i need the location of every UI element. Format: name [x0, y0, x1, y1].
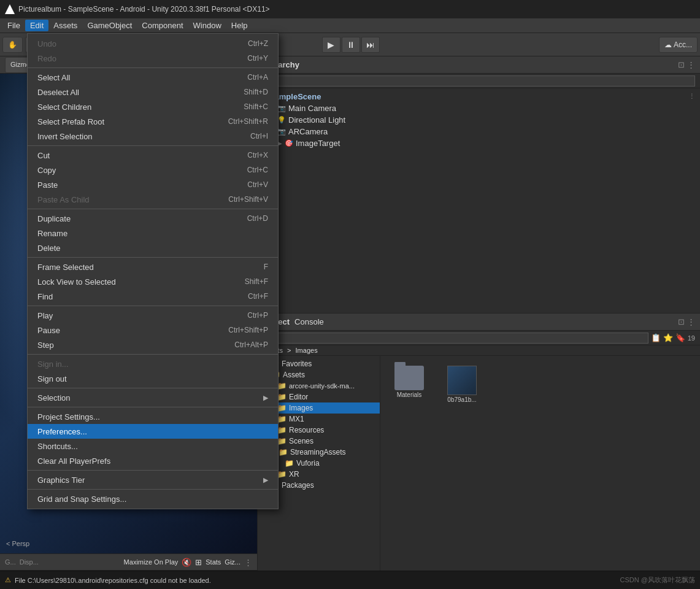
paste-label: Paste [37, 180, 58, 190]
sep-7 [28, 388, 278, 388]
menu-sign-out[interactable]: Sign out [28, 371, 278, 386]
menu-select-prefab-root[interactable]: Select Prefab Root Ctrl+Shift+R [28, 114, 278, 129]
menu-gameobject[interactable]: GameObject [82, 20, 137, 31]
streaming-label: StreamingAssets [290, 448, 346, 456]
selection-label: Selection [37, 393, 70, 402]
menu-help[interactable]: Help [226, 20, 253, 31]
preferences-label: Preferences... [37, 427, 87, 436]
hierarchy-popout-icon[interactable]: ⊡ [678, 60, 685, 69]
sep-5 [28, 306, 278, 306]
project-star-icon[interactable]: ⭐ [663, 333, 673, 342]
scene-tab-label[interactable]: G... [5, 558, 16, 566]
pause-button[interactable]: ⏸ [342, 37, 360, 53]
menu-pause[interactable]: Pause Ctrl+Shift+P [28, 323, 278, 337]
project-options-icon[interactable]: ⋮ [687, 317, 695, 326]
menu-edit[interactable]: Edit [25, 20, 48, 31]
menu-file[interactable]: File [2, 20, 25, 31]
menu-paste[interactable]: Paste Ctrl+V [28, 177, 278, 192]
menu-component[interactable]: Component [137, 20, 188, 31]
play-label: Play [37, 311, 53, 320]
menu-paste-as-child[interactable]: Paste As Child Ctrl+Shift+V [28, 192, 278, 207]
select-all-label: Select All [37, 73, 70, 82]
menu-cut[interactable]: Cut Ctrl+X [28, 148, 278, 163]
sep-8 [28, 407, 278, 407]
graphics-tier-label: Graphics Tier [37, 475, 85, 485]
play-button[interactable]: ▶ [322, 37, 340, 53]
redo-label: Redo [37, 54, 56, 63]
play-shortcut: Ctrl+P [247, 311, 268, 320]
project-popout-icon[interactable]: ⊡ [678, 317, 685, 326]
arcamera-icon: 📷 [277, 128, 286, 136]
console-tab[interactable]: Console [294, 317, 324, 326]
hierarchy-directional-light[interactable]: 💡 Directional Light [258, 114, 700, 126]
file-image-thumb[interactable]: 0b79a1b... [440, 363, 483, 406]
play-controls: ▶ ⏸ ⏭ [322, 37, 380, 53]
menu-play[interactable]: Play Ctrl+P [28, 308, 278, 323]
persp-label: < Persp [6, 540, 29, 547]
select-children-label: Select Children [37, 102, 91, 112]
menu-graphics-tier[interactable]: Graphics Tier ▶ [28, 472, 278, 487]
image-thumb-label: 0b79a1b... [447, 396, 476, 403]
hierarchy-search-input[interactable] [274, 75, 695, 87]
menu-redo[interactable]: Redo Ctrl+Y [28, 51, 278, 66]
project-settings-label: Project Settings... [37, 412, 100, 422]
watermark: CSDN @风吹落叶花飘荡 [620, 576, 695, 585]
scenes-label: Scenes [289, 437, 313, 445]
menu-undo[interactable]: Undo Ctrl+Z [28, 36, 278, 51]
hierarchy-main-camera[interactable]: 📷 Main Camera [258, 102, 700, 114]
menu-sign-in[interactable]: Sign in... [28, 356, 278, 371]
arcore-label: arcore-unity-sdk-ma... [289, 382, 355, 390]
menu-select-all[interactable]: Select All Ctrl+A [28, 70, 278, 85]
menu-step[interactable]: Step Ctrl+Alt+P [28, 337, 278, 352]
menu-copy[interactable]: Copy Ctrl+C [28, 163, 278, 177]
giz-label[interactable]: Giz... [225, 558, 240, 566]
maximize-play-label[interactable]: Maximize On Play [124, 558, 179, 566]
imagetarget-label: ImageTarget [296, 139, 340, 148]
step-button[interactable]: ⏭ [361, 37, 380, 53]
breadcrumb-current: Images [296, 347, 318, 354]
hierarchy-scene-item[interactable]: ▼ SampleScene ⋮ [258, 91, 700, 102]
project-files: Materials 0b79a1b... [380, 356, 700, 571]
menu-duplicate[interactable]: Duplicate Ctrl+D [28, 211, 278, 226]
menu-deselect-all[interactable]: Deselect All Shift+D [28, 85, 278, 99]
menu-rename[interactable]: Rename [28, 226, 278, 241]
menu-assets[interactable]: Assets [48, 20, 82, 31]
stats-label[interactable]: Stats [206, 558, 221, 566]
menu-select-children[interactable]: Select Children Shift+C [28, 99, 278, 114]
menu-invert-selection[interactable]: Invert Selection Ctrl+I [28, 129, 278, 144]
step-menu-label: Step [37, 341, 54, 350]
menu-lock-view[interactable]: Lock View to Selected Shift+F [28, 274, 278, 289]
menu-window[interactable]: Window [188, 20, 226, 31]
scene-options[interactable]: ⋮ [688, 93, 695, 101]
project-search-input[interactable] [274, 333, 648, 344]
editor-label: Editor [289, 393, 308, 401]
game-display-label[interactable]: Disp... [20, 558, 39, 566]
unity-logo-icon [5, 4, 15, 14]
project-bookmark-icon[interactable]: 🔖 [675, 333, 685, 342]
hierarchy-options-icon[interactable]: ⋮ [687, 60, 695, 69]
menu-clear-playerprefs[interactable]: Clear All PlayerPrefs [28, 453, 278, 468]
sep-3 [28, 209, 278, 209]
pause-shortcut: Ctrl+Shift+P [228, 326, 268, 334]
scenes-folder-icon: 📁 [277, 437, 287, 445]
grid-icon[interactable]: ⊞ [195, 558, 202, 567]
camera-icon: 📷 [277, 104, 286, 112]
hierarchy-arcamera[interactable]: 📷 ARCamera [258, 126, 700, 137]
hand-tool-button[interactable]: ✋ [2, 37, 23, 53]
menu-grid-snap-settings[interactable]: Grid and Snap Settings... [28, 491, 278, 506]
menu-selection[interactable]: Selection ▶ [28, 390, 278, 405]
view-options-icon[interactable]: ⋮ [244, 558, 252, 567]
sign-out-label: Sign out [37, 374, 67, 383]
hierarchy-search-bar: +▾ [258, 74, 700, 88]
menu-find[interactable]: Find Ctrl+F [28, 289, 278, 304]
hierarchy-imagetarget[interactable]: ▶ 🎯 ImageTarget [258, 137, 700, 149]
mute-icon[interactable]: 🔇 [182, 558, 191, 567]
menu-shortcuts[interactable]: Shortcuts... [28, 439, 278, 453]
file-materials[interactable]: Materials [388, 363, 431, 406]
menu-delete[interactable]: Delete [28, 241, 278, 255]
menu-frame-selected[interactable]: Frame Selected F [28, 260, 278, 274]
project-filter-icon[interactable]: 📋 [651, 333, 661, 342]
menu-preferences[interactable]: Preferences... [28, 424, 278, 439]
menu-project-settings[interactable]: Project Settings... [28, 409, 278, 424]
collab-button[interactable]: ☁ Acc... [659, 37, 698, 53]
